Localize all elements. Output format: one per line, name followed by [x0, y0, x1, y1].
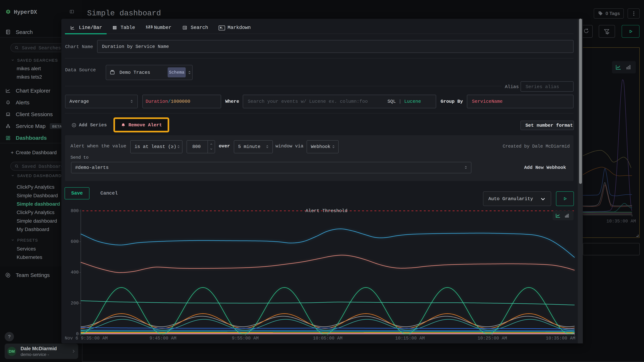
svg-text:800: 800 [71, 208, 79, 213]
svg-text:10:05:00 AM: 10:05:00 AM [313, 336, 342, 341]
svg-text:Alert Threshold: Alert Threshold [306, 208, 348, 213]
svg-text:10:25:00 AM: 10:25:00 AM [478, 336, 507, 341]
svg-text:10:15:00 AM: 10:15:00 AM [395, 336, 425, 341]
svg-text:600: 600 [71, 239, 79, 244]
svg-text:400: 400 [71, 270, 79, 275]
svg-text:9:45:00 AM: 9:45:00 AM [150, 336, 176, 341]
svg-text:10:35:00 AM: 10:35:00 AM [546, 336, 575, 341]
svg-text:9:55:00 AM: 9:55:00 AM [232, 336, 259, 341]
svg-text:Nov 6 9:35:00 AM: Nov 6 9:35:00 AM [65, 336, 108, 341]
svg-text:200: 200 [71, 301, 79, 306]
